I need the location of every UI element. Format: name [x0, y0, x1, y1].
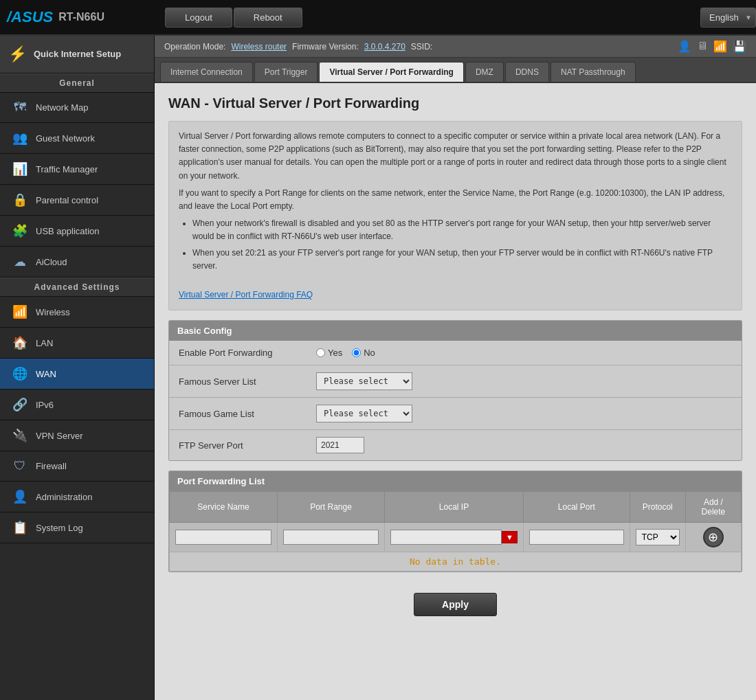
quick-internet-icon: ⚡ [8, 45, 27, 63]
wan-icon: 🌐 [10, 366, 30, 381]
asus-logo: /ASUS [7, 8, 53, 26]
quick-internet-setup[interactable]: ⚡ Quick Internet Setup [0, 36, 154, 74]
sidebar-item-system-log[interactable]: 📋 System Log [0, 512, 154, 543]
advanced-section-label: Advanced Settings [0, 278, 154, 297]
ssid-label: SSID: [411, 42, 432, 52]
famous-server-value: Please select [316, 372, 412, 390]
firmware-value[interactable]: 3.0.0.4.270 [364, 42, 405, 52]
famous-game-value: Please select [316, 405, 412, 422]
sidebar-item-parental-control[interactable]: 🔒 Parental control [0, 185, 154, 216]
general-section-label: General [0, 74, 154, 93]
system-log-icon: 📋 [10, 520, 30, 535]
col-local-port: Local Port [523, 492, 630, 523]
add-rule-button[interactable]: ⊕ [703, 527, 724, 547]
enable-port-forwarding-label: Enable Port Forwarding [179, 348, 316, 358]
firmware-label: Firmware Version: [292, 42, 359, 52]
traffic-manager-icon: 📊 [10, 161, 30, 177]
famous-server-row: Famous Server List Please select [169, 365, 742, 398]
tab-nat-passthrough[interactable]: NAT Passthrough [551, 62, 636, 82]
ftp-port-label: FTP Server Port [179, 440, 316, 451]
protocol-select[interactable]: TCP UDP BOTH [636, 529, 680, 545]
famous-game-label: Famous Game List [179, 409, 316, 419]
sidebar-item-administration[interactable]: 👤 Administration [0, 482, 154, 512]
sidebar-item-label: Administration [36, 492, 92, 502]
port-range-cell [277, 523, 384, 552]
local-port-input[interactable] [529, 530, 624, 545]
reboot-button[interactable]: Reboot [234, 8, 302, 27]
tab-dmz[interactable]: DMZ [465, 62, 504, 82]
sidebar-item-guest-network[interactable]: 👥 Guest Network [0, 123, 154, 154]
radio-yes[interactable] [316, 348, 325, 357]
logout-button[interactable]: Logout [165, 8, 232, 27]
basic-config-section: Basic Config Enable Port Forwarding Yes … [168, 320, 742, 461]
local-ip-input[interactable] [390, 530, 502, 545]
sidebar-item-lan[interactable]: 🏠 LAN [0, 328, 154, 359]
ftp-port-input[interactable] [316, 437, 364, 453]
sidebar-item-label: Traffic Manager [36, 164, 98, 174]
ftp-port-value [316, 437, 364, 453]
service-name-cell [170, 523, 278, 552]
model-name: RT-N66U [58, 11, 104, 23]
wifi-icon: 📶 [713, 40, 727, 53]
radio-no[interactable] [352, 348, 361, 357]
network-map-icon: 🗺 [10, 100, 30, 115]
tab-virtual-server[interactable]: Virtual Server / Port Forwarding [319, 62, 464, 82]
user-icon: 👤 [678, 40, 691, 53]
language-selector[interactable]: English [700, 8, 756, 27]
sidebar-item-label: Guest Network [36, 133, 95, 144]
col-local-ip: Local IP [385, 492, 524, 523]
sidebar-item-wan[interactable]: 🌐 WAN [0, 359, 154, 389]
ip-dropdown-button[interactable]: ▼ [502, 531, 518, 543]
sidebar-item-wireless[interactable]: 📶 Wireless [0, 297, 154, 328]
port-forwarding-table: Service Name Port Range Local IP Local P… [169, 491, 742, 572]
famous-game-select[interactable]: Please select [316, 405, 412, 422]
famous-server-select[interactable]: Please select [316, 372, 412, 390]
table-input-row: ▼ TCP UDP BOTH [170, 523, 742, 552]
language-select[interactable]: English [700, 8, 756, 27]
radio-yes-label[interactable]: Yes [316, 348, 342, 358]
monitor-icon: 🖥 [697, 40, 708, 53]
apply-button[interactable]: Apply [414, 593, 497, 616]
usb-icon: 💾 [733, 40, 746, 53]
sidebar-item-label: Network Map [36, 102, 89, 113]
tab-ddns[interactable]: DDNS [505, 62, 549, 82]
content-area: Operation Mode: Wireless router Firmware… [155, 36, 756, 700]
add-delete-cell: ⊕ [685, 523, 741, 552]
basic-config-header: Basic Config [169, 321, 742, 341]
faq-link[interactable]: Virtual Server / Port Forwarding FAQ [179, 290, 313, 300]
sidebar-item-label: Wireless [36, 307, 70, 317]
sidebar-item-label: WAN [36, 369, 56, 379]
sidebar-item-firewall[interactable]: 🛡 Firewall [0, 451, 154, 482]
sidebar-item-label: USB application [36, 226, 100, 236]
sidebar-item-traffic-manager[interactable]: 📊 Traffic Manager [0, 154, 154, 185]
port-forwarding-list-section: Port Forwarding List Service Name Port R… [168, 471, 742, 572]
radio-no-label[interactable]: No [352, 348, 375, 358]
port-range-input[interactable] [283, 530, 379, 545]
famous-server-label: Famous Server List [179, 376, 316, 387]
tab-internet-connection[interactable]: Internet Connection [160, 62, 253, 82]
ipv6-icon: 🔗 [10, 397, 30, 412]
sidebar-item-network-map[interactable]: 🗺 Network Map [0, 93, 154, 123]
sidebar-item-usb-application[interactable]: 🧩 USB application [0, 216, 154, 247]
sidebar-item-label: Parental control [36, 195, 98, 205]
tab-port-trigger[interactable]: Port Trigger [254, 62, 318, 82]
sidebar-item-label: LAN [36, 338, 53, 348]
firewall-icon: 🛡 [10, 459, 30, 473]
enable-port-forwarding-value: Yes No [316, 348, 375, 358]
col-add-delete: Add / Delete [685, 492, 741, 523]
logo-area: /ASUS RT-N66U [0, 0, 158, 34]
operation-mode-value[interactable]: Wireless router [231, 42, 287, 52]
col-protocol: Protocol [630, 492, 685, 523]
service-name-input[interactable] [175, 530, 271, 545]
sidebar-item-aicloud[interactable]: ☁ AiCloud [0, 247, 154, 278]
sidebar-item-ipv6[interactable]: 🔗 IPv6 [0, 389, 154, 420]
operation-mode-label: Operation Mode: [164, 42, 225, 52]
usb-application-icon: 🧩 [10, 223, 30, 238]
sidebar-item-label: VPN Server [36, 431, 83, 441]
col-service-name: Service Name [170, 492, 278, 523]
sidebar-item-label: AiCloud [36, 257, 67, 267]
sidebar-item-label: IPv6 [36, 400, 54, 410]
parental-control-icon: 🔒 [10, 192, 30, 207]
sidebar-item-vpn-server[interactable]: 🔌 VPN Server [0, 420, 154, 451]
wireless-icon: 📶 [10, 304, 30, 319]
